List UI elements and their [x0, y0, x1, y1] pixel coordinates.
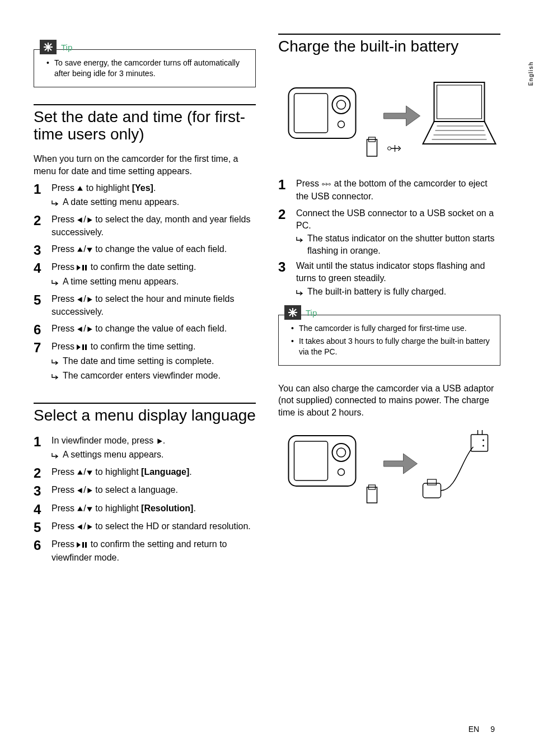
page-footer: EN 9	[469, 725, 495, 734]
step-item: 6 Press / to change the value of each fi…	[34, 323, 256, 337]
step-item: 4 Press to confirm the date setting. A t…	[34, 261, 256, 289]
svg-point-25	[338, 469, 345, 475]
right-icon	[86, 485, 93, 497]
step-item: 1 Press at the bottom of the camcorder t…	[278, 178, 500, 204]
paragraph-usb-adaptor: You can also charge the camcorder via a …	[278, 382, 500, 419]
step-item: 2 Press / to highlight [Language].	[34, 466, 256, 480]
svg-point-11	[332, 96, 350, 114]
section-title-language: Select a menu display language	[34, 407, 256, 424]
step-item: 3 Press / to select a language.	[34, 484, 256, 498]
step-item: 3 Wait until the status indicator stops …	[278, 260, 500, 299]
up-icon	[77, 467, 83, 479]
step-item: 5 Press / to select the HD or standard r…	[34, 520, 256, 535]
right-icon	[86, 521, 93, 534]
svg-rect-22	[294, 441, 328, 480]
tip-item: The camcorder is fully charged for first…	[291, 323, 492, 334]
tip-box-charge: Tip The camcorder is fully charged for f…	[278, 315, 500, 366]
down-icon	[86, 467, 93, 479]
svg-rect-30	[471, 435, 488, 451]
play-pause-icon	[77, 262, 88, 274]
tip-item: It takes about 3 hours to fully charge t…	[291, 336, 492, 357]
svg-rect-10	[294, 94, 328, 133]
result-arrow-icon	[296, 234, 304, 246]
step-item: 5 Press / to select the hour and minute …	[34, 293, 256, 319]
svg-rect-28	[423, 483, 441, 498]
step-item: 1 Press to highlight [Yes]. A date setti…	[34, 182, 256, 210]
svg-rect-29	[428, 479, 437, 485]
svg-point-23	[332, 444, 350, 461]
illustration-camcorder-to-pc	[278, 66, 500, 166]
svg-point-16	[388, 147, 391, 150]
section-intro: When you turn on the camcorder for the f…	[34, 153, 256, 177]
footer-page-number: 9	[490, 725, 495, 734]
tip-box-energy: Tip To save energy, the camcorder turns …	[34, 49, 256, 87]
play-pause-icon	[77, 539, 88, 552]
step-number: 1	[34, 182, 51, 197]
up-icon	[77, 183, 83, 195]
tip-asterisk-icon	[40, 40, 57, 54]
up-icon	[77, 503, 83, 516]
ui-label-language: [Language]	[141, 467, 189, 477]
language-tab: English	[528, 62, 534, 86]
section-title-datetime: Set the date and time (for first-time us…	[34, 109, 256, 143]
result-arrow-icon	[51, 277, 59, 290]
left-icon	[77, 324, 83, 336]
step-item: 7 Press to confirm the time setting. The…	[34, 340, 256, 384]
result-arrow-icon	[51, 198, 59, 210]
tip-asterisk-icon	[284, 305, 301, 320]
illustration-camcorder-to-outlet	[278, 424, 500, 508]
svg-point-12	[337, 100, 346, 109]
eject-icon	[321, 179, 331, 191]
up-icon	[77, 244, 83, 256]
step-item: 6 Press to confirm the setting and retur…	[34, 538, 256, 564]
left-icon	[77, 521, 83, 534]
footer-lang: EN	[469, 725, 479, 734]
right-icon	[156, 436, 163, 448]
result-arrow-icon	[51, 357, 59, 369]
result-arrow-icon	[51, 371, 59, 384]
step-item: 2 Press / to select the day, month and y…	[34, 213, 256, 240]
left-icon	[77, 485, 83, 497]
play-pause-icon	[77, 342, 88, 354]
ui-label-yes: [Yes]	[132, 183, 153, 193]
section-title-charge: Charge the built-in battery	[278, 38, 500, 55]
svg-point-34	[483, 445, 484, 446]
svg-point-24	[337, 448, 346, 457]
tip-item: To save energy, the camcorder turns off …	[46, 58, 247, 79]
left-icon	[77, 214, 83, 227]
down-icon	[86, 244, 93, 256]
left-icon	[77, 294, 83, 306]
result-arrow-icon	[51, 450, 59, 463]
result-arrow-icon	[296, 287, 304, 300]
ui-label-resolution: [Resolution]	[141, 503, 193, 513]
tip-label: Tip	[306, 308, 317, 318]
tip-label: Tip	[61, 43, 72, 52]
down-icon	[86, 503, 93, 516]
step-item: 2 Connect the USB connector to a USB soc…	[278, 207, 500, 256]
right-icon	[86, 324, 93, 336]
step-item: 3 Press / to change the value of each fi…	[34, 243, 256, 258]
step-item: 4 Press / to highlight [Resolution].	[34, 502, 256, 517]
svg-point-13	[338, 121, 345, 128]
step-item: 1 In viewfinder mode, press . A settings…	[34, 435, 256, 463]
right-icon	[86, 294, 93, 306]
svg-point-33	[483, 439, 484, 441]
right-icon	[86, 214, 93, 227]
